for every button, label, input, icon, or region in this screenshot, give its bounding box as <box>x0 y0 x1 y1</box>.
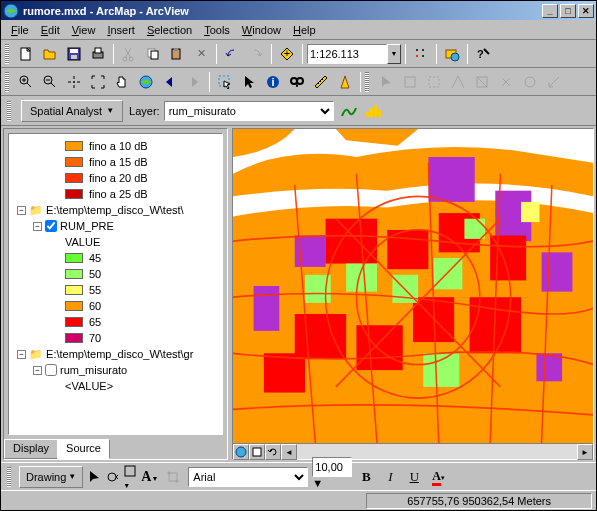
menu-edit[interactable]: Edit <box>35 22 66 38</box>
histogram-button[interactable] <box>364 102 382 120</box>
cut-button[interactable] <box>118 43 140 65</box>
menu-tools[interactable]: Tools <box>198 22 236 38</box>
titlebar: rumore.mxd - ArcMap - ArcView _ □ ✕ <box>1 1 596 20</box>
delete-button[interactable]: ✕ <box>190 43 212 65</box>
menu-insert[interactable]: Insert <box>101 22 141 38</box>
scroll-left[interactable]: ◄ <box>281 444 297 460</box>
close-button[interactable]: ✕ <box>578 4 594 18</box>
layer-name[interactable]: rum_misurato <box>60 364 127 376</box>
svg-rect-6 <box>95 48 101 53</box>
italic-button[interactable]: I <box>380 467 400 487</box>
svg-rect-60 <box>521 202 540 222</box>
print-button[interactable] <box>87 43 109 65</box>
full-extent-button[interactable] <box>135 71 157 93</box>
svg-rect-48 <box>295 314 346 359</box>
menu-file[interactable]: File <box>5 22 35 38</box>
maximize-button[interactable]: □ <box>560 4 576 18</box>
layer-checkbox[interactable] <box>45 364 57 376</box>
scale-input[interactable] <box>307 44 387 64</box>
swatch <box>65 317 83 327</box>
tab-display[interactable]: Display <box>4 439 58 459</box>
new-button[interactable] <box>15 43 37 65</box>
editor-toolbar-button[interactable] <box>410 43 432 65</box>
find-button[interactable] <box>286 71 308 93</box>
help-button[interactable]: ? <box>472 43 494 65</box>
ext2-button[interactable] <box>447 71 469 93</box>
ext6-button[interactable] <box>543 71 565 93</box>
select-tool[interactable] <box>87 470 101 484</box>
spatial-analyst-menu[interactable]: Spatial Analyst ▼ <box>21 100 123 122</box>
edit-tool-button[interactable] <box>375 71 397 93</box>
menu-window[interactable]: Window <box>236 22 287 38</box>
contour-button[interactable] <box>340 102 358 120</box>
toc-tree[interactable]: fino a 10 dB fino a 15 dB fino a 20 dB f… <box>8 133 223 435</box>
zoom-out-button[interactable] <box>39 71 61 93</box>
fixed-zoom-out-button[interactable] <box>87 71 109 93</box>
menu-view[interactable]: View <box>66 22 102 38</box>
add-data-button[interactable]: + <box>276 43 298 65</box>
group-path[interactable]: E:\temp\temp_disco_W\test\ <box>46 204 184 216</box>
svg-text:i: i <box>271 76 274 88</box>
ext4-button[interactable] <box>495 71 517 93</box>
back-button[interactable] <box>159 71 181 93</box>
select-features-button[interactable] <box>214 71 236 93</box>
paste-button[interactable] <box>166 43 188 65</box>
forward-button[interactable] <box>183 71 205 93</box>
ext5-button[interactable] <box>519 71 541 93</box>
svg-rect-31 <box>429 77 439 87</box>
value-label: VALUE <box>65 236 100 248</box>
select-elements-button[interactable] <box>238 71 260 93</box>
hyperlink-button[interactable] <box>334 71 356 93</box>
ext1-button[interactable] <box>423 71 445 93</box>
scale-dropdown[interactable]: ▼ <box>387 44 401 64</box>
edit-vertices-tool[interactable] <box>166 470 180 484</box>
bold-button[interactable]: B <box>356 467 376 487</box>
undo-button[interactable] <box>221 43 243 65</box>
drawing-menu[interactable]: Drawing▼ <box>19 466 83 488</box>
data-view-button[interactable] <box>233 444 249 460</box>
folder-icon: 📁 <box>29 348 43 361</box>
font-select[interactable]: Arial <box>188 467 308 487</box>
layout-view-button[interactable] <box>249 444 265 460</box>
refresh-button[interactable] <box>265 444 281 460</box>
font-color-button[interactable]: A▾ <box>432 469 445 484</box>
layer-select[interactable]: rum_misurato <box>164 101 334 121</box>
svg-point-33 <box>525 77 535 87</box>
collapse-button[interactable]: − <box>17 350 26 359</box>
underline-button[interactable]: U <box>404 467 424 487</box>
pan-button[interactable] <box>111 71 133 93</box>
fixed-zoom-in-button[interactable] <box>63 71 85 93</box>
map-canvas[interactable] <box>233 129 593 443</box>
svg-rect-41 <box>542 252 573 291</box>
minimize-button[interactable]: _ <box>542 4 558 18</box>
menu-help[interactable]: Help <box>287 22 322 38</box>
layer-label: Layer: <box>129 105 160 117</box>
sketch-button[interactable] <box>399 71 421 93</box>
legend-label: fino a 10 dB <box>89 140 148 152</box>
identify-button[interactable]: i <box>262 71 284 93</box>
collapse-button[interactable]: − <box>33 366 42 375</box>
open-button[interactable] <box>39 43 61 65</box>
zoom-in-button[interactable] <box>15 71 37 93</box>
layer-checkbox[interactable] <box>45 220 57 232</box>
measure-button[interactable] <box>310 71 332 93</box>
swatch <box>65 189 83 199</box>
tab-source[interactable]: Source <box>57 439 110 459</box>
group-path[interactable]: E:\temp\temp_disco_W\test\gr <box>46 348 193 360</box>
collapse-button[interactable]: − <box>17 206 26 215</box>
save-button[interactable] <box>63 43 85 65</box>
font-size-input[interactable] <box>312 457 352 477</box>
ext3-button[interactable] <box>471 71 493 93</box>
scale-combo[interactable]: ▼ <box>307 44 401 64</box>
scroll-right[interactable]: ► <box>577 444 593 460</box>
swatch <box>65 269 83 279</box>
copy-button[interactable] <box>142 43 164 65</box>
layer-name[interactable]: RUM_PRE <box>60 220 114 232</box>
menu-selection[interactable]: Selection <box>141 22 198 38</box>
text-tool[interactable]: A▼ <box>141 469 158 485</box>
shape-tool[interactable]: ▼ <box>123 464 137 490</box>
arccatalog-button[interactable] <box>441 43 463 65</box>
collapse-button[interactable]: − <box>33 222 42 231</box>
redo-button[interactable] <box>245 43 267 65</box>
rotate-tool[interactable] <box>105 470 119 484</box>
